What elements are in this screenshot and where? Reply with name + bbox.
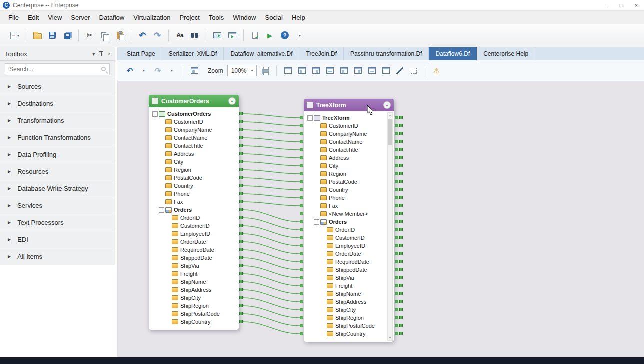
input-port[interactable]	[300, 324, 304, 328]
undo-button[interactable]: ↶	[136, 28, 150, 43]
output-port[interactable]	[400, 284, 403, 288]
output-port[interactable]	[400, 188, 403, 192]
tree-row[interactable]: Country	[306, 186, 386, 194]
tree-row[interactable]: RequiredDate	[306, 258, 386, 266]
input-port[interactable]	[300, 116, 304, 120]
output-port[interactable]	[395, 188, 398, 192]
tree-row[interactable]: PostalCode	[306, 178, 386, 186]
collapse-node-button[interactable]: ▲	[228, 98, 236, 105]
output-port[interactable]	[395, 148, 398, 152]
output-port[interactable]	[400, 260, 403, 264]
output-port[interactable]	[240, 120, 243, 124]
tree-row[interactable]: Fax	[150, 198, 238, 206]
output-port[interactable]	[395, 332, 398, 336]
toolbox-category-database-write-strategy[interactable]: ▶Database Write Strategy	[0, 180, 115, 198]
input-port[interactable]	[300, 316, 304, 320]
tree-row[interactable]: Region	[150, 166, 238, 174]
tree-row[interactable]: Fax	[306, 202, 386, 210]
output-port[interactable]	[400, 300, 403, 304]
collapse-minus-icon[interactable]: -	[308, 116, 313, 121]
input-port[interactable]	[300, 268, 304, 272]
output-port[interactable]	[240, 192, 243, 196]
output-port[interactable]	[240, 168, 243, 172]
output-port[interactable]	[240, 136, 243, 140]
tree-row[interactable]: Country	[150, 182, 238, 190]
toolbox-category-resources[interactable]: ▶Resources	[0, 164, 115, 180]
tree-row[interactable]: ShipAddress	[150, 286, 238, 294]
output-port[interactable]	[400, 316, 403, 320]
tree-row[interactable]: ShipVia	[306, 274, 386, 282]
diagram-redo-button[interactable]: ↷	[152, 64, 164, 78]
toolbox-category-data-profiling[interactable]: ▶Data Profiling	[0, 146, 115, 164]
output-port[interactable]	[240, 160, 243, 164]
output-port[interactable]	[240, 272, 243, 276]
output-port[interactable]	[395, 204, 398, 208]
output-port[interactable]	[240, 184, 243, 188]
tree-row[interactable]: ShipRegion	[306, 314, 386, 322]
scroll-up-icon[interactable]: ▲	[389, 113, 392, 118]
tree-row[interactable]: ShipRegion	[150, 302, 238, 310]
start-dataflow-button[interactable]: ▶	[263, 28, 277, 43]
new-document-button[interactable]: ▾	[8, 28, 22, 43]
input-port[interactable]	[300, 308, 304, 312]
output-port[interactable]	[395, 316, 398, 320]
toolbox-close-button[interactable]: ×	[108, 52, 111, 57]
collapse-minus-icon[interactable]: -	[314, 220, 320, 225]
font-button[interactable]: Aa	[173, 28, 187, 43]
output-port[interactable]	[400, 124, 403, 128]
output-port[interactable]	[240, 232, 243, 236]
input-port[interactable]	[300, 164, 304, 168]
output-port[interactable]	[395, 172, 398, 176]
output-port[interactable]	[395, 164, 398, 168]
tree-row[interactable]: Freight	[150, 270, 238, 278]
copy-button[interactable]	[98, 28, 112, 43]
input-port[interactable]	[300, 236, 304, 240]
output-port[interactable]	[395, 140, 398, 144]
output-port[interactable]	[400, 324, 403, 328]
output-port[interactable]	[400, 156, 403, 160]
output-port[interactable]	[400, 220, 403, 224]
input-port[interactable]	[300, 172, 304, 176]
output-port[interactable]	[400, 140, 403, 144]
output-port[interactable]	[395, 284, 398, 288]
align-left-button[interactable]	[366, 64, 378, 78]
input-port[interactable]	[300, 228, 304, 232]
menu-item-edit[interactable]: Edit	[24, 12, 44, 24]
collapse-all-button[interactable]	[310, 64, 322, 78]
toolbox-category-all-items[interactable]: ▶All Items	[0, 248, 115, 266]
tab-centerprise-help[interactable]: Centerprise Help	[477, 48, 536, 60]
menu-item-virtualization[interactable]: Virtualization	[129, 12, 175, 24]
tree-row[interactable]: ShipName	[306, 290, 386, 298]
tree-row[interactable]: Address	[306, 154, 386, 162]
output-port[interactable]	[395, 308, 398, 312]
output-port[interactable]	[400, 212, 403, 216]
help-button[interactable]: ?	[278, 28, 292, 43]
menu-item-project[interactable]: Project	[175, 12, 204, 24]
tree-row[interactable]: OrderID	[150, 214, 238, 222]
output-port[interactable]	[400, 236, 403, 240]
input-port[interactable]	[300, 300, 304, 304]
scroll-down-icon[interactable]: ▼	[389, 336, 392, 340]
tree-row[interactable]: Address	[150, 150, 238, 158]
input-port[interactable]	[300, 212, 304, 216]
input-port[interactable]	[300, 252, 304, 256]
output-port[interactable]	[395, 268, 398, 272]
output-port[interactable]	[240, 240, 243, 244]
output-port[interactable]	[240, 296, 243, 300]
output-port[interactable]	[400, 252, 403, 256]
tab-passthru-transformation-df[interactable]: Passthru-transformation.Df	[344, 48, 429, 60]
tree-row[interactable]: City	[150, 158, 238, 166]
toolbox-menu-button[interactable]: ▾	[92, 52, 95, 57]
tree-row[interactable]: <New Member>	[306, 210, 386, 218]
minimize-button[interactable]: –	[599, 0, 614, 10]
tree-row[interactable]: CustomerID	[306, 234, 386, 242]
tree-row[interactable]: ShipCity	[306, 306, 386, 314]
tab-start-page[interactable]: Start Page	[120, 48, 162, 60]
straight-links-button[interactable]	[394, 64, 406, 78]
node-scrollbar[interactable]: ▲▼	[388, 112, 393, 341]
open-button[interactable]	[30, 28, 44, 43]
output-port[interactable]	[395, 236, 398, 240]
input-port[interactable]	[300, 276, 304, 280]
tree-row[interactable]: ShippedDate	[150, 254, 238, 262]
output-port[interactable]	[240, 312, 243, 316]
